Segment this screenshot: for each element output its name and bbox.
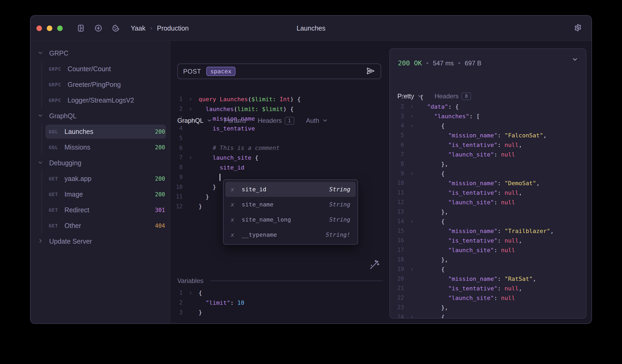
autocomplete-item-site-name-long[interactable]: xsite_name_longString [225,212,356,227]
code-line: 3› "launches": [ [390,111,586,121]
line-number: 4 [170,125,183,132]
sidebar-list: GRPCGRPCCounter/CountGRPCGreeter/PingPon… [31,45,170,249]
close-window-button[interactable] [36,26,42,31]
workspace-name[interactable]: Yaak [131,24,145,32]
sidebar-item-image[interactable]: GETImage200 [31,187,170,202]
zoom-window-button[interactable] [57,26,63,31]
url-template-tag[interactable]: spacex [206,67,235,76]
folder-label: GraphQL [49,112,77,120]
sidebar-item-other[interactable]: GETOther404 [31,218,170,234]
sidebar-item-greeter-pingpong[interactable]: GRPCGreeter/PingPong [31,77,170,92]
code-text: }, [420,209,448,215]
fold-chevron-icon[interactable]: › [183,105,199,113]
fold-chevron-icon[interactable]: › [404,265,420,273]
code-line: 4› { [390,121,586,130]
code-text: } [199,184,216,190]
response-body-viewer[interactable]: 1›{2› "data": {3› "launches": [4› {5 "mi… [390,92,586,319]
fold-chevron-icon[interactable]: › [404,218,420,225]
folder-label: Update Server [49,238,92,245]
code-line: 17 "launch_site": null [390,245,586,255]
code-line: 23 }, [390,303,586,312]
variables-editor[interactable]: 1›{2 "limit": 103} [170,288,389,317]
folder-label: GRPC [49,49,68,57]
line-number: 9 [390,170,404,177]
app-window: Yaak › Production Launches GRPCGRPCCount… [30,15,592,324]
fold-chevron-icon[interactable]: › [404,122,420,129]
fold-chevron-icon[interactable]: › [404,313,420,319]
code-text: launch_site { [199,154,258,161]
sidebar-item-counter-count[interactable]: GRPCCounter/Count [31,61,170,77]
fold-chevron-icon[interactable]: › [183,289,199,297]
indent-guide [41,139,42,155]
code-text: "mission_name": "RatSat", [420,276,536,282]
response-duration: 547 ms [433,60,454,67]
code-line: 18 }, [390,255,586,264]
autocomplete-item-typename[interactable]: x__typenameString! [225,227,356,242]
code-line: 12 "launch_site": null [390,197,586,207]
code-text: # This is a comment [199,145,280,151]
code-line: 2 "limit": 10 [170,298,389,308]
line-number: 16 [390,237,404,244]
code-line: 3 mission_name [170,114,389,124]
code-text: { [420,218,445,225]
suggestion-type: String! [326,231,350,238]
sidebar-item-logger-streamlogsv2[interactable]: GRPCLogger/StreamLogsV2 [31,92,170,108]
request-method-tag: GET [49,192,58,197]
chevron-down-icon[interactable] [37,112,43,120]
sidebar-item-redirect[interactable]: GETRedirect301 [31,202,170,218]
request-label: Redirect [65,206,89,214]
sidebar-item-debugging[interactable]: Debugging [31,155,170,171]
request-label: Other [65,222,81,230]
url-bar[interactable]: POST spacex [177,64,381,79]
code-text: "data": { [420,103,459,110]
fold-chevron-icon[interactable]: › [404,103,420,110]
code-text [199,173,220,181]
chevron-down-icon[interactable] [37,159,43,167]
minimize-window-button[interactable] [47,26,52,31]
chevron-right-icon[interactable] [37,238,43,245]
code-line: 1›{ [170,288,389,298]
sidebar-item-grpc[interactable]: GRPC [31,45,170,61]
code-text: "launch_site": null [420,295,515,301]
fold-chevron-icon[interactable]: › [183,95,199,103]
line-number: 3 [170,116,183,122]
code-text: } [199,193,209,200]
request-label: Image [65,191,83,198]
sidebar-item-missions[interactable]: GQLMissions200 [31,139,170,155]
code-line: 10 "mission_name": "DemoSat", [390,178,586,188]
autocomplete-item-site-id[interactable]: xsite_idString [225,182,356,197]
request-method-tag: GRPC [49,98,61,103]
code-line: 6 # This is a comment [170,143,389,153]
indent-guide [41,61,42,77]
code-text: "is_tentative": null, [420,285,522,292]
environment-name[interactable]: Production [157,24,189,32]
sidebar-item-launches[interactable]: GQLLaunches200 [31,124,170,139]
code-line: 9› { [390,169,586,178]
new-request-icon[interactable] [94,24,103,32]
fold-chevron-icon[interactable]: › [404,112,420,120]
cookie-icon[interactable] [112,24,120,32]
sidebar-toggle-icon[interactable] [77,24,85,32]
code-text: { [420,266,445,273]
sidebar-item-yaak-app[interactable]: GETyaak.app200 [31,171,170,187]
fold-chevron-icon[interactable]: › [404,170,420,177]
sidebar-item-graphql[interactable]: GraphQL [31,108,170,124]
chevron-down-icon[interactable] [37,49,43,57]
response-menu-chevron-icon[interactable] [571,55,579,64]
code-line: 5 [170,133,389,143]
indent-guide [41,92,42,108]
fold-chevron-icon[interactable]: › [183,154,199,161]
code-text: "mission_name": "Trailblazer", [420,228,554,234]
request-label: Logger/StreamLogsV2 [68,96,134,104]
settings-gear-icon[interactable] [573,23,582,33]
line-number: 12 [390,199,404,205]
send-request-icon[interactable] [366,66,375,77]
line-number: 8 [170,164,183,171]
fold-chevron-icon[interactable]: › [404,93,420,101]
code-text: "mission_name": "FalconSat", [420,132,547,139]
autocomplete-item-site-name[interactable]: xsite_nameString [225,197,356,212]
sidebar-item-update-server[interactable]: Update Server [31,234,170,249]
breadcrumb-chevron-icon: › [150,25,152,32]
code-text: { [420,170,445,177]
format-magic-wand-icon[interactable] [367,258,380,271]
